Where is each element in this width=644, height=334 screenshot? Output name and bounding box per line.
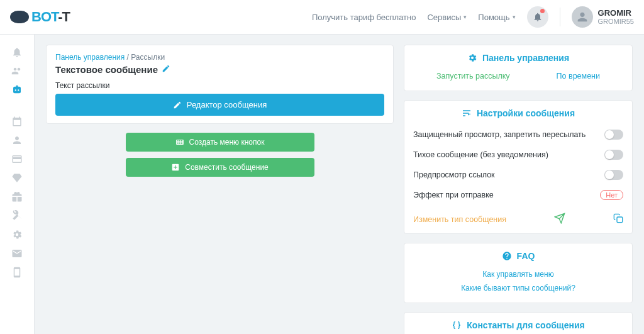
breadcrumb-panel[interactable]: Панель управления: [55, 53, 125, 62]
control-panel-header: Панель управления: [413, 53, 623, 63]
toggle-protected[interactable]: [604, 130, 623, 140]
free-tariff-link[interactable]: Получить тариф бесплатно: [312, 13, 416, 22]
change-type-link[interactable]: Изменить тип сообщения: [413, 215, 506, 224]
setting-protected: Защищенный просмотр, запретить пересылат…: [413, 125, 623, 145]
settings-header: Настройки сообщения: [413, 108, 623, 118]
right-column: Панель управления Запустить рассылку По …: [404, 45, 633, 324]
constants-header: Константы для сообщения: [413, 320, 623, 330]
device-icon: [11, 267, 23, 278]
notifications-button[interactable]: [527, 6, 548, 28]
logo[interactable]: BOT-T: [10, 9, 70, 25]
divider: [560, 8, 560, 26]
sidebar-item-11[interactable]: [4, 245, 30, 262]
sliders-icon: [462, 108, 472, 118]
sidebar-item-4[interactable]: [4, 113, 30, 130]
keyboard-icon: [175, 138, 184, 147]
sidebar-item-8[interactable]: [4, 188, 30, 206]
mail-icon: [11, 248, 23, 259]
user-icon: [575, 10, 589, 24]
breadcrumb: Панель управления / Рассылки: [55, 53, 384, 62]
sidebar-item-6[interactable]: [4, 150, 30, 168]
settings-bottom-actions: Изменить тип сообщения: [413, 205, 623, 226]
sidebar-item-10[interactable]: [4, 226, 30, 243]
app-header: BOT-T Получить тариф бесплатно Сервисы ▾…: [0, 0, 644, 35]
gear-icon: [467, 53, 477, 63]
bell-icon: [11, 47, 23, 58]
constants-card: Константы для сообщения {FIRST_NAME} - С…: [404, 312, 633, 334]
braces-icon: [452, 320, 462, 330]
editor-card: Панель управления / Рассылки Текстовое с…: [46, 45, 394, 124]
sidebar-item-9[interactable]: [4, 207, 30, 225]
settings-card: Настройки сообщения Защищенный просмотр,…: [404, 100, 633, 234]
users-icon: [11, 65, 23, 77]
sidebar-item-bot[interactable]: [4, 81, 30, 99]
bell-icon: [533, 12, 543, 22]
pencil-icon: [173, 101, 182, 109]
calendar-icon: [11, 116, 23, 127]
toggle-silent[interactable]: [604, 150, 623, 160]
setting-effect: Эффект при отправке Нет: [413, 185, 623, 205]
content: Панель управления / Рассылки Текстовое с…: [35, 35, 644, 334]
start-broadcast-link[interactable]: Запустить рассылку: [436, 72, 510, 81]
effect-badge[interactable]: Нет: [600, 190, 623, 200]
header-right: Получить тариф бесплатно Сервисы ▾ Помощ…: [312, 6, 634, 28]
sidebar-item-5[interactable]: [4, 131, 30, 149]
notification-dot: [540, 9, 545, 13]
left-column: Панель управления / Рассылки Текстовое с…: [46, 45, 394, 324]
telegram-icon: [554, 213, 565, 224]
help-dropdown[interactable]: Помощь ▾: [478, 13, 515, 22]
sidebar-item-7[interactable]: [4, 169, 30, 187]
gear-icon: [11, 229, 23, 240]
faq-card: FAQ Как управлять меню Какие бывают типы…: [404, 243, 633, 303]
toggle-preview[interactable]: [604, 170, 623, 180]
main-layout: Панель управления / Рассылки Текстовое с…: [0, 35, 644, 334]
center-buttons: Создать меню кнопок Совместить сообщение: [46, 133, 394, 177]
breadcrumb-current: Рассылки: [131, 53, 165, 62]
chevron-down-icon: ▾: [464, 14, 467, 20]
card-icon: [11, 153, 23, 165]
people-icon: [11, 135, 23, 146]
page-title: Текстовое сообщение: [55, 64, 384, 75]
logo-text: BOT-T: [31, 9, 70, 25]
faq-link-2[interactable]: Какие бывают типы сообщений?: [413, 281, 623, 295]
by-time-link[interactable]: По времени: [557, 72, 600, 81]
robot-icon: [11, 84, 23, 96]
send-preview-button[interactable]: [554, 213, 565, 226]
svg-rect-0: [617, 217, 623, 223]
logo-icon: [10, 11, 29, 23]
user-subname: GROMIR55: [598, 18, 634, 26]
create-menu-button[interactable]: Создать меню кнопок: [126, 133, 314, 152]
sidebar-item-12[interactable]: [4, 264, 30, 281]
faq-header: FAQ: [413, 251, 623, 261]
diamond-icon: [11, 172, 23, 184]
user-menu[interactable]: GROMIR GROMIR55: [572, 6, 634, 28]
chevron-down-icon: ▾: [513, 14, 516, 20]
plus-icon: [171, 163, 180, 172]
user-names: GROMIR GROMIR55: [598, 8, 634, 26]
editor-button[interactable]: Редактор сообщения: [55, 94, 384, 116]
services-dropdown[interactable]: Сервисы ▾: [427, 13, 467, 22]
text-label: Текст рассылки: [55, 81, 384, 90]
question-icon: [502, 251, 512, 261]
control-panel-card: Панель управления Запустить рассылку По …: [404, 45, 633, 91]
copy-button[interactable]: [613, 213, 623, 225]
avatar: [572, 6, 593, 28]
setting-silent: Тихое сообщение (без уведомления): [413, 145, 623, 165]
user-name: GROMIR: [598, 8, 634, 18]
tools-icon: [11, 210, 23, 221]
merge-button[interactable]: Совместить сообщение: [126, 158, 314, 177]
pencil-icon: [162, 64, 170, 73]
edit-title-button[interactable]: [162, 64, 170, 75]
sidebar: [0, 35, 35, 334]
gift-icon: [11, 191, 23, 203]
sidebar-item-1[interactable]: [4, 43, 30, 61]
setting-preview: Предпросмотр ссылок: [413, 165, 623, 185]
control-actions: Запустить рассылку По времени: [413, 69, 623, 83]
sidebar-item-2[interactable]: [4, 62, 30, 80]
copy-icon: [613, 213, 623, 223]
faq-link-1[interactable]: Как управлять меню: [413, 267, 623, 281]
